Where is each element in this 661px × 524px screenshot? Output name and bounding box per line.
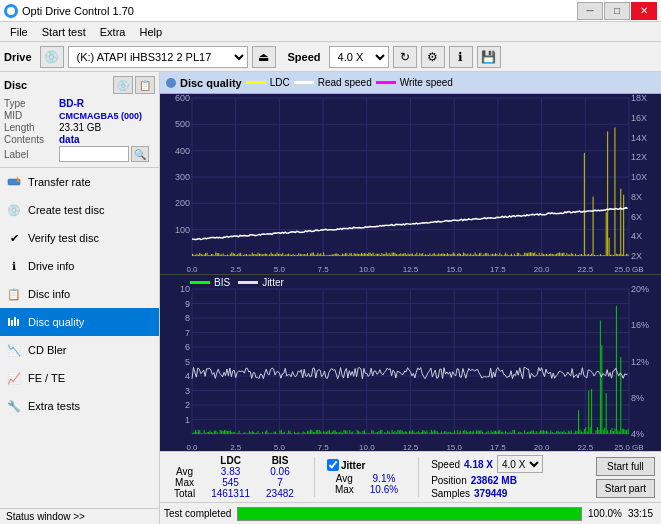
menu-item-start-test[interactable]: Start test xyxy=(36,24,92,40)
sidebar-item-transfer-rate[interactable]: Transfer rate xyxy=(0,168,159,196)
legend-jitter: Jitter xyxy=(238,277,284,288)
stats-total-bis: 23482 xyxy=(258,488,302,499)
completed-text: Test completed xyxy=(164,508,231,519)
position-label: Position xyxy=(431,475,467,486)
bis-jitter-chart xyxy=(160,275,661,451)
status-window-btn[interactable]: Status window >> xyxy=(0,508,159,524)
menu-item-extra[interactable]: Extra xyxy=(94,24,132,40)
svg-rect-3 xyxy=(8,318,10,326)
sidebar-item-fe-te[interactable]: 📈 FE / TE xyxy=(0,364,159,392)
samples-label: Samples xyxy=(431,488,470,499)
refresh-btn[interactable]: ↻ xyxy=(393,46,417,68)
samples-value: 379449 xyxy=(474,488,507,499)
legend-read-color xyxy=(294,81,314,84)
speed-label-static: Speed xyxy=(431,459,460,470)
maximize-button[interactable]: □ xyxy=(604,2,630,20)
legend-read-speed: Read speed xyxy=(294,77,372,88)
disc-quality-label: Disc quality xyxy=(28,316,84,328)
disc-label-field: Label 🔍 xyxy=(4,146,155,162)
cd-bler-icon: 📉 xyxy=(6,342,22,358)
stats-avg-row: Avg 3.83 0.06 xyxy=(166,466,302,477)
sidebar-item-drive-info[interactable]: ℹ Drive info xyxy=(0,252,159,280)
chart2-area: BIS Jitter xyxy=(160,275,661,451)
settings-btn[interactable]: ⚙ xyxy=(421,46,445,68)
chart2-legend: BIS Jitter xyxy=(190,277,284,288)
position-row: Position 23862 MB xyxy=(431,475,543,486)
stats-bar: LDC BIS Avg 3.83 0.06 Max 545 7 xyxy=(160,451,661,502)
save-btn[interactable]: 💾 xyxy=(477,46,501,68)
start-full-button[interactable]: Start full xyxy=(596,457,655,476)
legend-bis-color xyxy=(190,281,210,284)
disc-contents-value: data xyxy=(59,134,80,145)
create-test-label: Create test disc xyxy=(28,204,104,216)
disc-icon-2[interactable]: 📋 xyxy=(135,76,155,94)
close-button[interactable]: ✕ xyxy=(631,2,657,20)
extra-tests-label: Extra tests xyxy=(28,400,80,412)
disc-label-label: Label xyxy=(4,149,59,160)
disc-label-input[interactable] xyxy=(59,146,129,162)
stats-avg-ldc: 3.83 xyxy=(203,466,258,477)
menu-item-help[interactable]: Help xyxy=(133,24,168,40)
create-test-icon: 💿 xyxy=(6,202,22,218)
jitter-avg-label: Avg xyxy=(327,473,362,484)
time-text: 33:15 xyxy=(628,508,653,519)
extra-tests-icon: 🔧 xyxy=(6,398,22,414)
disc-icon-1[interactable]: 💿 xyxy=(113,76,133,94)
disc-info-icon: 📋 xyxy=(6,286,22,302)
disc-length-value: 23.31 GB xyxy=(59,122,101,133)
menu-item-file[interactable]: File xyxy=(4,24,34,40)
legend-ldc-color xyxy=(246,81,266,84)
sidebar-item-disc-quality[interactable]: Disc quality xyxy=(0,308,159,336)
disc-type-field: Type BD-R xyxy=(4,98,155,109)
eject-btn[interactable]: ⏏ xyxy=(252,46,276,68)
verify-test-label: Verify test disc xyxy=(28,232,99,244)
chart-header-icon xyxy=(166,78,176,88)
app-icon xyxy=(4,4,18,18)
fe-te-label: FE / TE xyxy=(28,372,65,384)
drive-select[interactable]: (K:) ATAPI iHBS312 2 PL17 xyxy=(68,46,248,68)
menu-bar: FileStart testExtraHelp xyxy=(0,22,661,42)
sidebar-item-create-test-disc[interactable]: 💿 Create test disc xyxy=(0,196,159,224)
svg-point-0 xyxy=(7,7,15,15)
jitter-avg-val: 9.1% xyxy=(362,473,406,484)
sidebar-item-extra-tests[interactable]: 🔧 Extra tests xyxy=(0,392,159,420)
stats-total-label: Total xyxy=(166,488,203,499)
speed-label: Speed xyxy=(288,51,321,63)
action-buttons: Start full Start part xyxy=(596,457,655,498)
disc-length-field: Length 23.31 GB xyxy=(4,122,155,133)
disc-contents-field: Contents data xyxy=(4,134,155,145)
samples-row: Samples 379449 xyxy=(431,488,543,499)
transfer-rate-icon xyxy=(6,174,22,190)
disc-mid-label: MID xyxy=(4,110,59,121)
speed-select-stats[interactable]: 4.0 X xyxy=(497,455,543,473)
chart-title: Disc quality xyxy=(180,77,242,89)
stats-divider2 xyxy=(418,457,419,497)
transfer-rate-label: Transfer rate xyxy=(28,176,91,188)
svg-rect-5 xyxy=(14,317,16,326)
drive-icon-btn[interactable]: 💿 xyxy=(40,46,64,68)
speed-select[interactable]: 4.0 X xyxy=(329,46,389,68)
fe-te-icon: 📈 xyxy=(6,370,22,386)
disc-label-btn[interactable]: 🔍 xyxy=(131,146,149,162)
content-area: Disc quality LDC Read speed Write speed xyxy=(160,72,661,524)
bottom-status-bar: Test completed 100.0% 33:15 xyxy=(160,502,661,524)
stats-max-label: Max xyxy=(166,477,203,488)
stats-max-bis: 7 xyxy=(258,477,302,488)
stats-divider1 xyxy=(314,457,315,497)
start-part-button[interactable]: Start part xyxy=(596,479,655,498)
jitter-checkbox[interactable] xyxy=(327,459,339,471)
charts-container: BIS Jitter xyxy=(160,94,661,451)
progress-fill xyxy=(238,508,581,520)
jitter-max-row: Max 10.6% xyxy=(327,484,406,495)
minimize-button[interactable]: ─ xyxy=(577,2,603,20)
disc-mid-value: CMCMAGBA5 (000) xyxy=(59,111,142,121)
legend-write-label: Write speed xyxy=(400,77,453,88)
app-title: Opti Drive Control 1.70 xyxy=(22,5,134,17)
jitter-max-label: Max xyxy=(327,484,362,495)
main-area: Disc 💿 📋 Type BD-R MID CMCMAGBA5 (000) L… xyxy=(0,72,661,524)
disc-quality-icon xyxy=(6,314,22,330)
info-btn[interactable]: ℹ xyxy=(449,46,473,68)
sidebar-item-cd-bler[interactable]: 📉 CD Bler xyxy=(0,336,159,364)
sidebar-item-verify-test-disc[interactable]: ✔ Verify test disc xyxy=(0,224,159,252)
sidebar-item-disc-info[interactable]: 📋 Disc info xyxy=(0,280,159,308)
